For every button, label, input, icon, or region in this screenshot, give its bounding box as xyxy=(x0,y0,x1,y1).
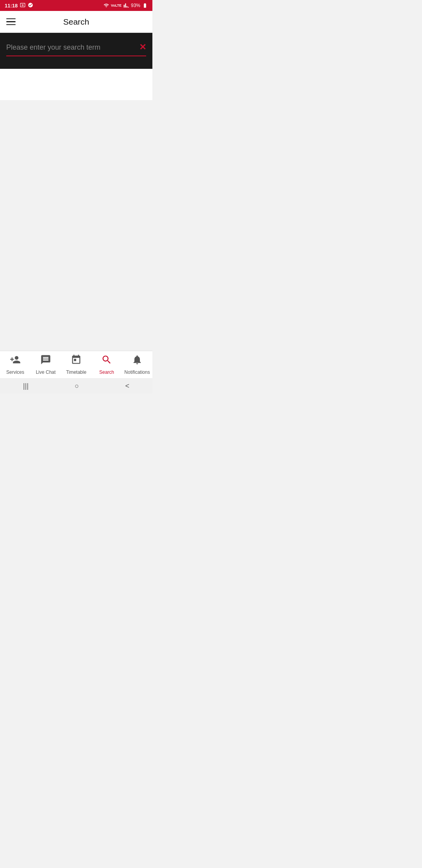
status-bar: 11:18 VoLTE 93% xyxy=(0,0,152,11)
page-title: Search xyxy=(63,17,89,27)
battery-icon xyxy=(142,3,148,8)
content-area xyxy=(0,100,152,379)
clear-search-button[interactable]: ✕ xyxy=(139,42,146,52)
wifi-icon xyxy=(104,3,109,8)
livechat-label: Live Chat xyxy=(36,369,56,375)
photo-icon xyxy=(20,2,25,9)
search-input-container: ✕ xyxy=(6,42,146,56)
services-label: Services xyxy=(6,369,24,375)
nav-item-notifications[interactable]: Notifications xyxy=(122,354,152,375)
timetable-icon xyxy=(71,354,82,368)
header: Search xyxy=(0,11,152,33)
system-nav: ||| ○ < xyxy=(0,378,152,394)
volte-icon: VoLTE xyxy=(111,4,122,7)
timetable-label: Timetable xyxy=(66,369,86,375)
white-spacer xyxy=(0,69,152,100)
hamburger-menu-button[interactable] xyxy=(6,18,16,25)
battery-text: 93% xyxy=(131,3,140,8)
status-bar-left: 11:18 xyxy=(5,2,33,9)
bottom-nav: Services Live Chat Timetable Search xyxy=(0,351,152,378)
check-circle-icon xyxy=(28,2,33,9)
nav-item-timetable[interactable]: Timetable xyxy=(61,354,91,375)
nav-item-livechat[interactable]: Live Chat xyxy=(30,354,61,375)
livechat-icon xyxy=(40,354,51,368)
back-button[interactable]: < xyxy=(125,382,129,390)
home-button[interactable]: ○ xyxy=(75,382,79,390)
search-banner: ✕ xyxy=(0,33,152,69)
signal-icon xyxy=(123,3,129,8)
search-input[interactable] xyxy=(6,43,136,52)
status-bar-right: VoLTE 93% xyxy=(104,3,148,8)
notifications-icon xyxy=(132,354,143,368)
notifications-label: Notifications xyxy=(124,369,150,375)
status-time: 11:18 xyxy=(5,3,18,9)
search-nav-icon xyxy=(101,354,112,368)
services-icon xyxy=(10,354,21,368)
search-nav-label: Search xyxy=(99,369,114,375)
recent-apps-button[interactable]: ||| xyxy=(23,382,29,390)
nav-item-services[interactable]: Services xyxy=(0,354,30,375)
nav-item-search[interactable]: Search xyxy=(91,354,122,375)
